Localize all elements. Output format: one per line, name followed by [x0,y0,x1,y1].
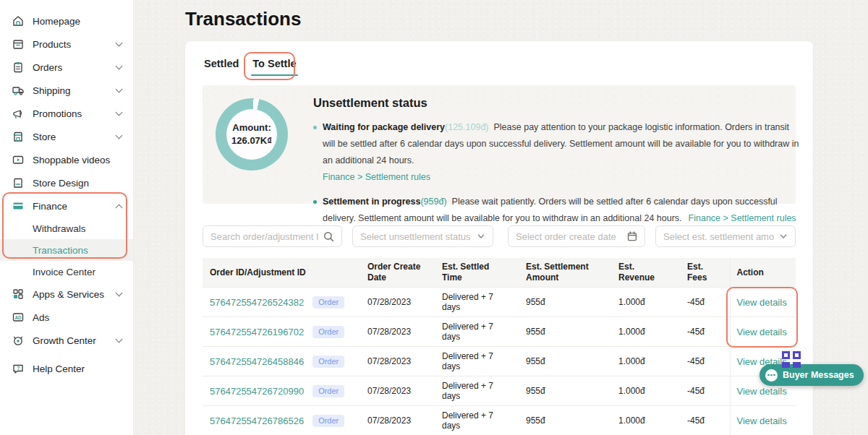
chevron-down-icon [116,335,123,343]
est-revenue: 1.000đ [611,406,680,435]
order-id-link[interactable]: 576472554726196702 [210,326,304,337]
sidebar-item-label: Ads [33,312,49,323]
order-id-link[interactable]: 576472554726786526 [210,415,304,426]
sidebar-item-apps-services[interactable]: Apps & Services [0,283,133,306]
est-settled-time: Delivered + 7 days [435,288,519,317]
sidebar-item-shipping[interactable]: Shipping [0,79,133,102]
sidebar-item-invoice-center[interactable]: Invoice Center [0,261,133,283]
est-fees: -45đ [680,288,730,317]
chevron-down-icon [116,108,123,116]
sidebar-nav: HomepageProductsOrdersShippingPromotions… [0,9,133,380]
table-row: 576472554726196702Order07/28/2023Deliver… [203,317,796,347]
sidebar-item-withdrawals[interactable]: Withdrawals [0,218,133,239]
unsettlement-panel: Amount: 126.07K₫ Unsettlement status Wai… [203,85,796,204]
sidebar-item-ads[interactable]: ADAds [0,306,133,329]
growth-icon [12,334,25,347]
view-details-link[interactable]: View details [737,386,787,397]
settlement-rules-link[interactable]: Finance > Settlement rules [323,169,799,186]
search-icon[interactable] [323,231,334,242]
est-settlement-amount-input[interactable] [663,231,775,242]
order-type-badge: Order [312,296,344,309]
calendar-icon[interactable] [627,231,637,241]
chat-bubble-icon [765,369,778,382]
unsettlement-donut-chart: Amount: 126.07K₫ [216,98,288,171]
settlement-rules-link[interactable]: Finance > Settlement rules [689,213,796,223]
order-id-link[interactable]: 576472554726458846 [210,356,304,366]
sidebar-item-label: Apps & Services [33,289,104,300]
unsettlement-status-input[interactable] [360,231,472,242]
transactions-table: Order ID/Adjustment IDOrder Create DateE… [203,258,796,435]
sidebar-item-label: Shipping [33,85,71,96]
sidebar-item-homepage[interactable]: Homepage [0,9,133,33]
ads-icon: AD [12,311,25,324]
sidebar-item-products[interactable]: Products [0,33,133,56]
donut-center-label: Amount: 126.07K₫ [216,98,288,171]
chevron-down-icon[interactable] [477,232,485,241]
column-header: Est. Settlement Amount [519,258,611,288]
shoppable-videos-icon [12,153,25,166]
table-row: 576472554726458846Order07/28/2023Deliver… [203,347,796,376]
tab-settled[interactable]: Settled [204,58,239,76]
sidebar-item-promotions[interactable]: Promotions [0,102,133,125]
sidebar-item-finance[interactable]: Finance [0,194,133,218]
order-create-date: 07/28/2023 [360,376,435,406]
store-icon [12,130,25,143]
search-input[interactable] [210,231,319,242]
chevron-down-icon [116,85,123,92]
svg-text:AD: AD [14,315,22,320]
order-id-link[interactable]: 576472554726720990 [210,385,304,396]
notice-bold-label: Settlement in progress [323,197,420,207]
main-content: Transactions Settled To Settle Amount: 1… [134,0,868,435]
est-settlement-amount: 955đ [519,376,611,406]
est-settlement-amount: 955đ [519,317,611,347]
sidebar-item-orders[interactable]: Orders [0,56,133,79]
chevron-down-icon [116,289,123,296]
view-details-link[interactable]: View details [737,415,787,426]
order-type-badge: Order [312,356,344,368]
sidebar-item-growth-center[interactable]: Growth Center [0,329,133,352]
tab-to-settle[interactable]: To Settle [252,58,296,76]
unsettlement-status-select[interactable] [352,225,493,247]
chevron-down-icon[interactable] [779,232,788,241]
order-create-date-input[interactable] [516,231,623,242]
sidebar-item-label: Transactions [33,245,88,256]
table-row: 576472554726786526Order07/28/2023Deliver… [203,406,796,435]
column-header: Est. Fees [680,258,730,288]
order-type-badge: Order [312,326,344,338]
buyer-messages-button[interactable]: Buyer Messages [760,364,864,386]
products-icon [12,38,25,51]
est-settlement-amount-select[interactable] [655,225,796,247]
sidebar-item-store-design[interactable]: Store Design [0,171,133,194]
notices-list: Waiting for package delivery(125.109đ)Pl… [313,119,799,227]
notice-bold-label: Waiting for package delivery [323,122,445,132]
unsettlement-title: Unsettlement status [313,96,799,110]
est-revenue: 1.000đ [611,376,680,406]
sidebar-item-label: Store [33,132,56,142]
order-id-link[interactable]: 576472554726524382 [210,296,304,307]
order-create-date: 07/28/2023 [360,317,435,347]
sidebar-item-help-center[interactable]: ?Help Center [0,357,133,380]
sidebar-item-transactions[interactable]: Transactions [0,239,133,261]
est-settlement-amount: 955đ [519,347,611,376]
est-fees: -45đ [680,317,730,347]
sidebar-item-label: Finance [33,201,67,212]
page-title: Transactions [185,8,301,30]
content-card: Settled To Settle Amount: 126.07K₫ Unset… [185,41,813,435]
sidebar-item-label: Growth Center [33,335,96,346]
search-order-filter[interactable] [203,225,342,247]
store-design-icon [12,176,25,189]
sidebar-item-shoppable-videos[interactable]: Shoppable videos [0,148,133,171]
table-header-row: Order ID/Adjustment IDOrder Create DateE… [203,258,796,288]
chevron-up-icon [116,204,123,211]
finance-icon [12,199,25,212]
filter-bar [203,225,796,247]
est-settled-time: Delivered + 7 days [435,376,519,406]
order-create-date-picker[interactable] [508,225,645,247]
sidebar-item-store[interactable]: Store [0,125,133,148]
order-create-date: 07/28/2023 [360,406,435,435]
sidebar-item-label: Help Center [33,363,85,374]
notice-waiting-delivery: Waiting for package delivery(125.109đ)Pl… [313,119,799,186]
view-details-link[interactable]: View details [737,327,787,337]
notice-amount: (125.109đ) [445,122,488,132]
view-details-link[interactable]: View details [737,297,787,308]
